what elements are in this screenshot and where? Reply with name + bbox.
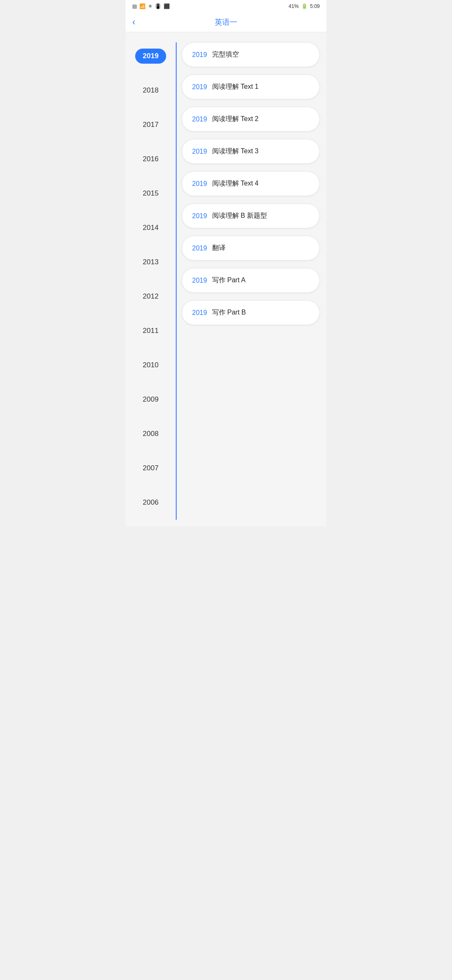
year-item-2018[interactable]: 2018	[126, 73, 176, 108]
topic-item[interactable]: 2019 完型填空	[182, 42, 320, 67]
topic-item[interactable]: 2019 阅读理解 Text 1	[182, 75, 320, 99]
topic-item[interactable]: 2019 阅读理解 Text 2	[182, 107, 320, 132]
year-label: 2013	[143, 258, 159, 266]
topic-name: 阅读理解 B 新题型	[212, 211, 267, 220]
year-label: 2007	[143, 464, 159, 472]
status-icons: ▤ 📶 ✳ 📳 ⬛	[132, 3, 170, 9]
year-label: 2016	[143, 155, 159, 163]
topic-name: 阅读理解 Text 4	[212, 179, 259, 188]
year-label: 2009	[143, 395, 159, 404]
topic-name: 阅读理解 Text 1	[212, 83, 259, 91]
year-item-2013[interactable]: 2013	[126, 245, 176, 279]
topic-name: 阅读理解 Text 3	[212, 147, 259, 156]
year-label: 2012	[143, 292, 159, 301]
year-item-2014[interactable]: 2014	[126, 211, 176, 245]
topic-year: 2019	[192, 180, 207, 188]
back-button[interactable]: ‹	[132, 18, 135, 27]
topic-item[interactable]: 2019 写作 Part A	[182, 268, 320, 293]
year-label: 2017	[143, 121, 159, 129]
topic-year: 2019	[192, 148, 207, 155]
year-badge: 2019	[135, 49, 166, 64]
year-item-2019[interactable]: 2019	[126, 39, 176, 73]
year-item-2016[interactable]: 2016	[126, 142, 176, 176]
topic-name: 写作 Part A	[212, 276, 246, 285]
topic-item[interactable]: 2019 阅读理解 Text 4	[182, 171, 320, 196]
year-item-2006[interactable]: 2006	[126, 485, 176, 520]
topic-year: 2019	[192, 116, 207, 123]
topic-year: 2019	[192, 51, 207, 59]
topic-year: 2019	[192, 309, 207, 317]
bluetooth-icon: ✳	[148, 3, 152, 9]
topic-item[interactable]: 2019 翻译	[182, 236, 320, 260]
year-label: 2011	[143, 327, 159, 335]
year-label: 2015	[143, 189, 159, 198]
topic-list: 2019 完型填空 2019 阅读理解 Text 1 2019 阅读理解 Tex…	[177, 39, 326, 520]
sim-icon: ▤	[132, 3, 137, 9]
status-info: 41% 🔋 5:09	[289, 3, 320, 9]
vibrate-icon: 📳	[155, 3, 161, 9]
topic-year: 2019	[192, 245, 207, 252]
status-bar: ▤ 📶 ✳ 📳 ⬛ 41% 🔋 5:09	[126, 0, 326, 13]
battery-text: 41%	[289, 3, 299, 9]
topic-year: 2019	[192, 212, 207, 220]
year-label: 2010	[143, 361, 159, 369]
year-item-2017[interactable]: 2017	[126, 108, 176, 142]
year-item-2012[interactable]: 2012	[126, 279, 176, 314]
year-label: 2014	[143, 224, 159, 232]
time-text: 5:09	[310, 3, 320, 9]
year-item-2007[interactable]: 2007	[126, 451, 176, 485]
year-item-2010[interactable]: 2010	[126, 348, 176, 382]
page-title: 英语一	[215, 17, 237, 27]
topic-item[interactable]: 2019 阅读理解 Text 3	[182, 139, 320, 164]
year-item-2011[interactable]: 2011	[126, 314, 176, 348]
record-icon: ⬛	[164, 3, 170, 9]
topic-name: 阅读理解 Text 2	[212, 115, 259, 124]
topic-name: 完型填空	[212, 50, 239, 59]
year-label: 2008	[143, 430, 159, 438]
topic-item[interactable]: 2019 写作 Part B	[182, 300, 320, 325]
year-item-2015[interactable]: 2015	[126, 176, 176, 211]
nav-bar: ‹ 英语一	[126, 13, 326, 32]
year-list: 2019201820172016201520142013201220112010…	[126, 39, 176, 520]
year-item-2009[interactable]: 2009	[126, 382, 176, 417]
wifi-icon: 📶	[139, 3, 146, 9]
topic-name: 翻译	[212, 244, 226, 253]
topic-year: 2019	[192, 83, 207, 91]
battery-icon: 🔋	[301, 3, 308, 9]
year-item-2008[interactable]: 2008	[126, 417, 176, 451]
topic-name: 写作 Part B	[212, 308, 246, 317]
topic-item[interactable]: 2019 阅读理解 B 新题型	[182, 204, 320, 228]
main-content: 2019201820172016201520142013201220112010…	[126, 32, 326, 526]
year-label: 2018	[143, 86, 159, 95]
year-label: 2006	[143, 498, 159, 507]
topic-year: 2019	[192, 277, 207, 284]
